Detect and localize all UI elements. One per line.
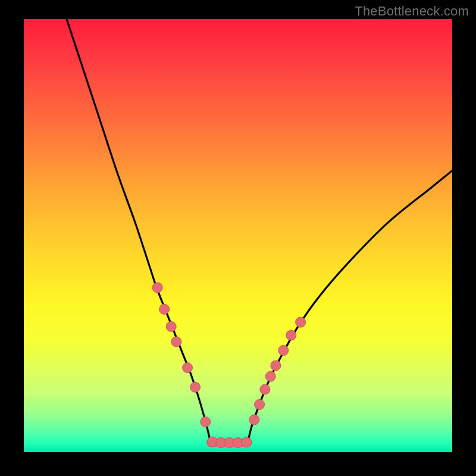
marker-dot [296,317,306,327]
marker-dot [271,361,281,371]
marker-dot [255,399,265,409]
marker-dot [166,321,176,331]
marker-dot [201,417,211,427]
marker-dot [286,330,296,340]
marker-dot [265,371,275,381]
chart-svg [24,19,452,452]
marker-dot [183,363,193,373]
chart-frame: TheBottleneck.com [0,0,476,476]
marker-dot [260,384,270,394]
left-curve [67,19,211,443]
marker-dot [249,415,259,425]
marker-dot [152,283,162,293]
marker-dot [242,437,252,447]
marker-dot [190,382,201,392]
right-curve [248,171,452,443]
marker-dot [171,337,181,347]
plot-area [24,19,452,452]
marker-dot [278,345,289,355]
marker-dot [159,304,170,314]
watermark-text: TheBottleneck.com [355,4,469,19]
